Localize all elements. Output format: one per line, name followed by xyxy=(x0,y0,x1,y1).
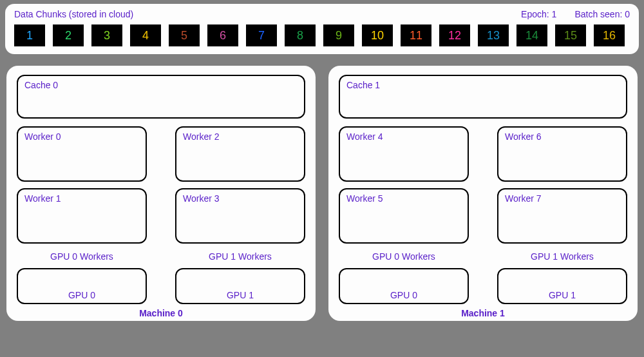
gpu-column: Worker 0Worker 1GPU 0 WorkersGPU 0 xyxy=(17,126,147,304)
data-chunk: 6 xyxy=(207,24,238,46)
machine-label: Machine 0 xyxy=(17,308,305,318)
epoch-label: Epoch: xyxy=(521,9,549,19)
data-chunk-number: 15 xyxy=(564,29,577,43)
data-chunk: 10 xyxy=(362,24,393,46)
data-chunk: 4 xyxy=(130,24,161,46)
worker-label: Worker 4 xyxy=(346,131,383,142)
data-chunk-number: 8 xyxy=(297,29,303,43)
worker-label: Worker 6 xyxy=(505,131,542,142)
gpu-row: Worker 0Worker 1GPU 0 WorkersGPU 0Worker… xyxy=(17,126,305,304)
batch-label: Batch seen: xyxy=(574,9,622,19)
worker-label: Worker 5 xyxy=(346,193,383,204)
data-chunk: 5 xyxy=(169,24,200,46)
worker-box: Worker 5 xyxy=(339,188,469,244)
data-chunk-number: 3 xyxy=(104,29,110,43)
worker-label: Worker 3 xyxy=(183,193,220,204)
gpu-box: GPU 0 xyxy=(17,268,147,304)
data-chunk-number: 5 xyxy=(181,29,187,43)
epoch-value: 1 xyxy=(552,9,557,19)
worker-box: Worker 3 xyxy=(175,188,305,244)
gpu-workers-label: GPU 1 Workers xyxy=(497,251,627,262)
data-chunk-number: 12 xyxy=(448,29,461,43)
data-chunk: 2 xyxy=(53,24,84,46)
data-chunk-number: 2 xyxy=(65,29,71,43)
batch-value: 0 xyxy=(625,9,630,19)
worker-box: Worker 1 xyxy=(17,188,147,244)
gpu-label: GPU 0 xyxy=(390,290,417,300)
cache-label: Cache 0 xyxy=(24,80,58,90)
data-chunk: 11 xyxy=(401,24,431,46)
data-chunk-number: 13 xyxy=(487,29,500,43)
gpu-label: GPU 1 xyxy=(227,290,254,300)
data-chunk-number: 11 xyxy=(410,29,422,43)
data-chunk-number: 16 xyxy=(603,29,616,43)
data-chunk-number: 4 xyxy=(142,29,149,43)
machine: Cache 0Worker 0Worker 1GPU 0 WorkersGPU … xyxy=(6,66,316,321)
gpu-box: GPU 1 xyxy=(497,268,627,304)
data-chunk: 8 xyxy=(285,24,316,46)
worker-box: Worker 2 xyxy=(175,126,305,182)
gpu-box: GPU 0 xyxy=(339,268,469,304)
gpu-workers-label: GPU 0 Workers xyxy=(17,251,147,262)
worker-label: Worker 7 xyxy=(505,193,542,204)
data-chunk-number: 10 xyxy=(371,29,384,43)
epoch-readout: Epoch: 1 xyxy=(521,9,556,19)
data-chunk: 16 xyxy=(594,24,625,46)
data-chunk: 14 xyxy=(516,24,547,46)
worker-label: Worker 0 xyxy=(24,131,61,142)
gpu-column: Worker 4Worker 5GPU 0 WorkersGPU 0 xyxy=(339,126,469,304)
data-chunk-number: 6 xyxy=(220,29,226,43)
data-chunk-number: 7 xyxy=(258,29,265,43)
machine-label: Machine 1 xyxy=(339,308,627,318)
gpu-column: Worker 6Worker 7GPU 1 WorkersGPU 1 xyxy=(497,126,627,304)
data-chunk-number: 1 xyxy=(26,29,33,43)
gpu-workers-label: GPU 0 Workers xyxy=(339,251,469,262)
data-chunk: 1 xyxy=(14,24,45,46)
machines-row: Cache 0Worker 0Worker 1GPU 0 WorkersGPU … xyxy=(6,66,638,321)
gpu-label: GPU 1 xyxy=(549,290,576,300)
worker-label: Worker 1 xyxy=(24,193,61,204)
worker-label: Worker 2 xyxy=(183,131,220,142)
worker-box: Worker 7 xyxy=(497,188,627,244)
gpu-column: Worker 2Worker 3GPU 1 WorkersGPU 1 xyxy=(175,126,305,304)
cloud-header-right: Epoch: 1 Batch seen: 0 xyxy=(521,9,630,19)
data-chunk-number: 14 xyxy=(526,29,538,43)
cloud-panel: Data Chunks (stored in cloud) Epoch: 1 B… xyxy=(5,4,639,54)
data-chunk: 12 xyxy=(439,24,470,46)
data-chunk: 13 xyxy=(478,24,509,46)
data-chunk: 7 xyxy=(246,24,277,46)
data-chunk: 9 xyxy=(323,24,354,46)
cache-box: Cache 0 xyxy=(17,75,305,119)
gpu-workers-label: GPU 1 Workers xyxy=(175,251,305,262)
worker-box: Worker 4 xyxy=(339,126,469,182)
worker-box: Worker 6 xyxy=(497,126,627,182)
machine: Cache 1Worker 4Worker 5GPU 0 WorkersGPU … xyxy=(328,66,638,321)
gpu-box: GPU 1 xyxy=(175,268,305,304)
data-chunk-number: 9 xyxy=(336,29,342,43)
cache-box: Cache 1 xyxy=(339,75,627,119)
gpu-row: Worker 4Worker 5GPU 0 WorkersGPU 0Worker… xyxy=(339,126,627,304)
worker-box: Worker 0 xyxy=(17,126,147,182)
gpu-label: GPU 0 xyxy=(68,290,95,300)
data-chunk: 3 xyxy=(91,24,122,46)
batch-readout: Batch seen: 0 xyxy=(574,9,630,19)
cache-label: Cache 1 xyxy=(346,80,380,90)
chunks-row: 12345678910111213141516 xyxy=(14,24,630,46)
cloud-title: Data Chunks (stored in cloud) xyxy=(14,9,133,19)
cloud-header: Data Chunks (stored in cloud) Epoch: 1 B… xyxy=(14,9,630,19)
data-chunk: 15 xyxy=(555,24,586,46)
